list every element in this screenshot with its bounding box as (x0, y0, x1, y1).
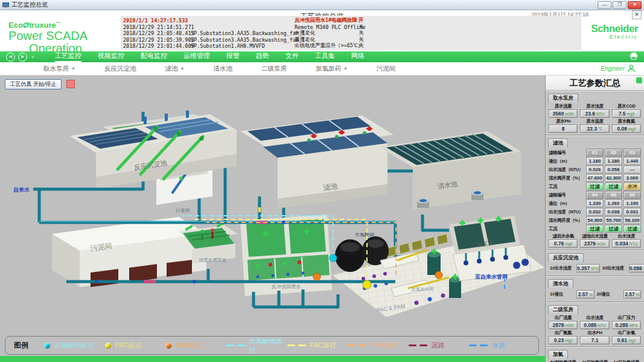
user-name: Engineer (601, 65, 625, 72)
alarm-list: 2019/1/1 14:27:17.533反冲洗回用水1#电磁阀故障开2018/… (121, 16, 581, 50)
alarm-row[interactable]: 2018/12/29 21:05:39.902SP.Substation3.AA… (123, 36, 579, 43)
param-出水浊度: 出水浊度0.085NTU (580, 315, 609, 329)
nav-item-工艺监控[interactable]: 工艺监控 (55, 51, 81, 62)
nav-item-视频监控[interactable]: 视频监控 (98, 51, 124, 62)
value-cell: 0.026 (586, 166, 604, 173)
value-cell: 1.180 (605, 157, 622, 165)
param-5#前加氯流量: 5#前加氯流量0.38Kg/h (549, 360, 578, 362)
filter-table-row: 工况过滤过滤过滤 (549, 225, 641, 233)
row-label: 工况 (549, 226, 585, 232)
section-tab-二级泵房[interactable]: 二级泵房 (548, 305, 578, 314)
legend-item-PAM路径: PAM路径 (348, 337, 409, 355)
value-box: 0.357NTU (576, 264, 600, 273)
alarm-row[interactable]: 2018/12/29 21:05:40.413SP.Substation3.AA… (123, 30, 579, 36)
alarm-source: SP.Substation3.AA35.Backwashing_fan_1 (191, 30, 295, 36)
value-unit: m3/h (565, 323, 573, 328)
legend-label: PAC起点 (115, 341, 142, 350)
simulation-indicator (66, 80, 75, 88)
param-label: 3#后加氯流量 (580, 360, 609, 362)
label-rawwater: 自来水 (13, 187, 30, 193)
nav-item-工具集[interactable]: 工具集 (315, 51, 335, 62)
minimize-button[interactable]: — (598, 1, 611, 9)
filter-table-row: 液位（m）1.2301.2601.190 (549, 199, 641, 207)
legend-label: 泥路 (432, 341, 445, 350)
user-badge[interactable]: Engineer (601, 64, 636, 73)
label-regulating: 排泥水调节池 (199, 257, 227, 263)
print-button[interactable] (630, 51, 638, 62)
alarm-row[interactable]: 2018/12/29 21:01:44.009SP.Substation1.AH… (123, 42, 579, 49)
section-tab-取水泵房[interactable]: 取水泵房 (548, 94, 578, 103)
param-3#后加氯流量: 3#后加氯流量3.34Kg/h (580, 360, 609, 362)
facility-sludge[interactable]: 污泥间 (52, 217, 206, 287)
nav-item-配电监控[interactable]: 配电监控 (141, 51, 167, 62)
subnav-item-污泥间[interactable]: 污泥间 (377, 65, 396, 73)
subnav-item-滤池[interactable]: 滤池▼ (165, 65, 184, 73)
row-label: 出水浊度（NTU） (549, 167, 585, 173)
subnav-item-清水池[interactable]: 清水池 (213, 65, 232, 73)
alarm-time: 2019/1/1 14:27:17.533 (123, 18, 191, 24)
subnav-item-加氯加药[interactable]: 加氯加药▼ (316, 65, 348, 73)
legend-dash-icon (348, 344, 366, 346)
param-label: 5#前加氯流量 (549, 360, 578, 362)
legend-dash-icon (226, 344, 245, 346)
alarm-time: 2018/12/29 21:01:44.009 (123, 43, 191, 49)
legend-item-次氯酸钠路径: 次氯酸钠路径 (226, 337, 287, 355)
status-cell: 过滤 (623, 225, 641, 233)
param-label: 原水氨氮 (612, 118, 641, 124)
value-box: 0.09mg/l (612, 124, 641, 133)
section-tab-反应沉淀池[interactable]: 反应沉淀池 (548, 253, 584, 262)
subnav-item-取水泵房[interactable]: 取水泵房▼ (43, 65, 75, 73)
status-cell: 过滤 (586, 183, 604, 190)
row-label: 工况 (549, 184, 585, 190)
section-tab-清水池[interactable]: 清水池 (548, 279, 573, 288)
facility-backwash[interactable]: 反冲洗回用水 (240, 215, 332, 296)
legend-item-泥路: 泥路 (409, 337, 470, 355)
param-label: 原水流量 (549, 103, 578, 109)
alarm-row[interactable]: 2018/12/29 21:14:51.271Remote M340 PLC O… (123, 24, 579, 30)
value-unit: m3/h (597, 242, 605, 246)
alarm-row[interactable]: 2019/1/1 14:27:17.533反冲洗回用水1#电磁阀故障开 (123, 17, 579, 24)
close-button[interactable]: ✕ (628, 1, 642, 9)
section-tab-滤池[interactable]: 滤池 (548, 138, 568, 147)
maximize-button[interactable]: ❐ (613, 1, 626, 9)
chevron-down-icon: ▼ (71, 66, 75, 71)
status-cell: 水冲 (623, 183, 641, 190)
legend-dot-icon (44, 343, 50, 349)
param-label: 出水浊度 (580, 315, 609, 321)
value-cell: 1.260 (605, 199, 622, 207)
alarm-time: 2018/12/29 21:05:40.413 (123, 30, 191, 36)
filter-table-row: 滤格编号040506 (549, 191, 641, 199)
value-box: 23.6NTU (580, 109, 609, 118)
panel-section-取水泵房: 取水泵房原水流量3560m3/h原水浊度23.6NTU原水COD7.5mg/l原… (546, 91, 644, 135)
nav-item-运维管理[interactable]: 运维管理 (183, 51, 210, 62)
history-chevron-icon[interactable]: ˅ (31, 54, 34, 60)
value-text: 7.1 (591, 337, 599, 343)
param-label: 原水COD (612, 103, 641, 109)
nav-item-文件[interactable]: 文件 (285, 51, 299, 62)
legend-label: 水路 (492, 341, 505, 350)
facility-filter[interactable]: 滤池 (240, 115, 394, 208)
subnav-item-反应沉淀池[interactable]: 反应沉淀池 (104, 65, 136, 73)
facility-pump2[interactable]: 二级泵房 至自来水管网 (449, 216, 531, 281)
back-button[interactable]: ◄ (6, 53, 15, 62)
window-icon (2, 2, 9, 8)
filter-id-cell: 02 (605, 149, 622, 157)
nav-item-趋势[interactable]: 趋势 (256, 51, 269, 62)
value-text: 2379 (584, 241, 596, 247)
subnav-item-二级泵房[interactable]: 二级泵房 (261, 65, 287, 73)
value-unit: MPa (630, 323, 637, 328)
value-cell: 0.038 (605, 208, 622, 216)
plant-view: 取水泵房 计量间 反应沉淀池 (0, 76, 545, 362)
panel-section-清水池: 清水池1#液位2.57m2#液位2.57m (546, 276, 644, 302)
legend-bar: 图例 次氯酸钠起点PAC起点PAM起点次氯酸钠路径PAC路径PAM路径泥路水路 (5, 336, 539, 355)
value-text: 0.357 (577, 265, 590, 271)
forward-button[interactable]: ► (18, 53, 27, 62)
header-close-icon[interactable]: ✕ (632, 10, 642, 19)
legend-item-次氯酸钠起点: 次氯酸钠起点 (44, 337, 105, 355)
nav-item-报警[interactable]: 报警 (226, 51, 240, 62)
section-tab-加氯[interactable]: 加氯 (548, 350, 568, 359)
legend-item-PAC路径: PAC路径 (287, 337, 348, 355)
value-unit: mg/l (565, 242, 572, 246)
simulation-toggle-button[interactable]: 工艺仿真 开始/停止 (5, 79, 62, 89)
nav-item-网络[interactable]: 网络 (351, 51, 365, 62)
